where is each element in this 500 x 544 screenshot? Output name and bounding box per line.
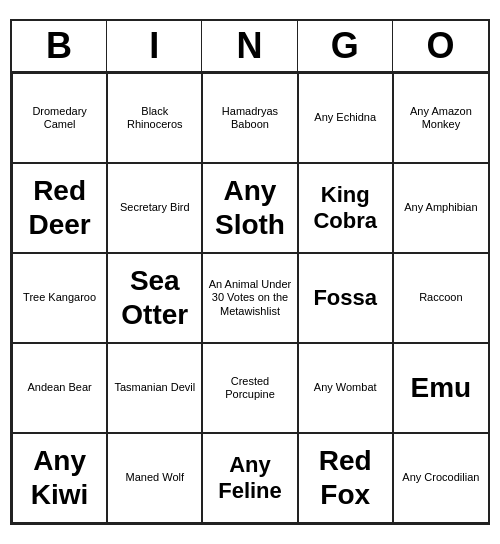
- bingo-cell-label: Sea Otter: [112, 264, 197, 331]
- bingo-cell-label: Emu: [411, 371, 472, 405]
- bingo-cell-label: King Cobra: [303, 182, 388, 235]
- bingo-card: BINGO Dromedary CamelBlack RhinocerosHam…: [10, 19, 490, 525]
- bingo-cell-label: Dromedary Camel: [17, 105, 102, 131]
- bingo-cell: Black Rhinoceros: [107, 73, 202, 163]
- bingo-cell: Dromedary Camel: [12, 73, 107, 163]
- bingo-header-letter: O: [393, 21, 488, 71]
- bingo-cell: Fossa: [298, 253, 393, 343]
- bingo-cell: An Animal Under 30 Votes on the Metawish…: [202, 253, 297, 343]
- bingo-cell-label: Tasmanian Devil: [114, 381, 195, 394]
- bingo-cell-label: Tree Kangaroo: [23, 291, 96, 304]
- bingo-cell: Tasmanian Devil: [107, 343, 202, 433]
- bingo-cell: Maned Wolf: [107, 433, 202, 523]
- bingo-header-letter: I: [107, 21, 202, 71]
- bingo-cell-label: Any Crocodilian: [402, 471, 479, 484]
- bingo-cell-label: Crested Porcupine: [207, 375, 292, 401]
- bingo-cell: Andean Bear: [12, 343, 107, 433]
- bingo-cell-label: Black Rhinoceros: [112, 105, 197, 131]
- bingo-cell-label: Maned Wolf: [126, 471, 185, 484]
- bingo-grid: Dromedary CamelBlack RhinocerosHamadryas…: [12, 73, 488, 523]
- bingo-cell-label: An Animal Under 30 Votes on the Metawish…: [207, 278, 292, 318]
- bingo-cell-label: Any Amphibian: [404, 201, 477, 214]
- bingo-cell-label: Red Deer: [17, 174, 102, 241]
- bingo-cell: Raccoon: [393, 253, 488, 343]
- bingo-header: BINGO: [12, 21, 488, 73]
- bingo-cell-label: Secretary Bird: [120, 201, 190, 214]
- bingo-cell-label: Hamadryas Baboon: [207, 105, 292, 131]
- bingo-cell: Any Echidna: [298, 73, 393, 163]
- bingo-header-letter: G: [298, 21, 393, 71]
- bingo-cell: Emu: [393, 343, 488, 433]
- bingo-cell-label: Raccoon: [419, 291, 462, 304]
- bingo-cell-label: Any Sloth: [207, 174, 292, 241]
- bingo-cell-label: Any Wombat: [314, 381, 377, 394]
- bingo-header-letter: B: [12, 21, 107, 71]
- bingo-cell: Red Deer: [12, 163, 107, 253]
- bingo-cell: Hamadryas Baboon: [202, 73, 297, 163]
- bingo-cell: Crested Porcupine: [202, 343, 297, 433]
- bingo-cell-label: Any Amazon Monkey: [398, 105, 484, 131]
- bingo-cell: Any Wombat: [298, 343, 393, 433]
- bingo-cell: Any Amphibian: [393, 163, 488, 253]
- bingo-cell-label: Any Feline: [207, 452, 292, 505]
- bingo-cell: Sea Otter: [107, 253, 202, 343]
- bingo-cell: Tree Kangaroo: [12, 253, 107, 343]
- bingo-cell: Any Amazon Monkey: [393, 73, 488, 163]
- bingo-cell: Red Fox: [298, 433, 393, 523]
- bingo-cell-label: Any Kiwi: [17, 444, 102, 511]
- bingo-cell-label: Andean Bear: [27, 381, 91, 394]
- bingo-cell: Any Feline: [202, 433, 297, 523]
- bingo-cell: Secretary Bird: [107, 163, 202, 253]
- bingo-cell-label: Red Fox: [303, 444, 388, 511]
- bingo-cell-label: Fossa: [313, 285, 377, 311]
- bingo-cell: Any Crocodilian: [393, 433, 488, 523]
- bingo-header-letter: N: [202, 21, 297, 71]
- bingo-cell: Any Sloth: [202, 163, 297, 253]
- bingo-cell-label: Any Echidna: [314, 111, 376, 124]
- bingo-cell: King Cobra: [298, 163, 393, 253]
- bingo-cell: Any Kiwi: [12, 433, 107, 523]
